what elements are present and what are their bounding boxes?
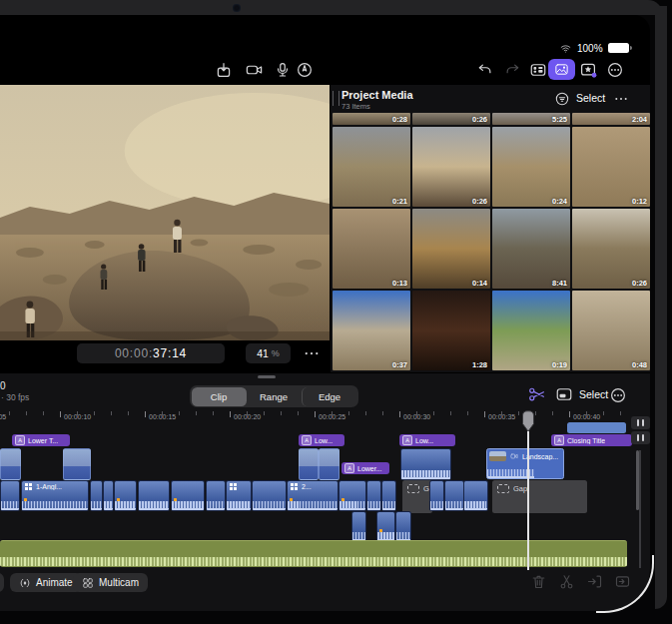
timeline-thumb-clip[interactable]	[0, 448, 21, 480]
photo-icon	[554, 62, 569, 77]
timeline-landscape-clip[interactable]: Landscap...	[486, 448, 564, 479]
media-thumbnail[interactable]: 0:28	[333, 113, 410, 125]
overwrite-button[interactable]	[614, 573, 631, 590]
timeline-video-clip[interactable]	[114, 480, 137, 511]
import-button[interactable]	[215, 61, 233, 79]
panel-resize-handle[interactable]	[333, 91, 339, 106]
media-thumbnail[interactable]: 0:24	[492, 127, 570, 207]
delete-button[interactable]	[530, 573, 547, 590]
timeline-video-clip[interactable]	[444, 480, 464, 511]
timeline-multicam-clip[interactable]	[226, 480, 252, 511]
inspector-button[interactable]	[529, 61, 547, 79]
clip-label: Lower...	[357, 465, 382, 472]
timeline-gap-clip[interactable]: Gap	[402, 480, 432, 513]
media-select-button[interactable]: Select	[576, 92, 605, 104]
media-thumbnail[interactable]: 0:37	[333, 291, 410, 370]
timeline-video-clip[interactable]	[90, 480, 103, 511]
timeline-drag-handle[interactable]	[258, 375, 276, 378]
timeline-video-clip[interactable]	[0, 480, 20, 511]
timeline-title-clip[interactable]: ALower...	[341, 462, 389, 474]
clip-label: 2...	[302, 483, 312, 490]
timeline-vertical-scrollbar-thumb[interactable]	[636, 450, 639, 510]
timeline-title-clip[interactable]: ALower T...	[12, 434, 70, 446]
timeline-vertical-scrollbar-track	[639, 450, 641, 568]
viewer-more-button[interactable]	[300, 343, 324, 363]
mode-edge[interactable]: Edge	[302, 387, 357, 406]
voiceover-button[interactable]	[274, 61, 292, 79]
timeline-thumb-clip[interactable]	[319, 448, 339, 480]
timeline-thumb-clip[interactable]	[299, 448, 319, 480]
ruler-minor-tick	[196, 411, 197, 415]
timeline-thumb-clip[interactable]	[63, 448, 91, 480]
more-options-button[interactable]	[606, 61, 624, 79]
timeline-fps-label: · 30 fps	[1, 392, 29, 402]
timeline-video-clip[interactable]	[206, 480, 226, 511]
clip-overlay-button[interactable]	[555, 385, 573, 403]
ruler-major-tick	[315, 411, 316, 417]
timeline-videowave-clip[interactable]	[376, 511, 395, 542]
ruler-timestamp: 00:00:20	[234, 413, 261, 420]
insert-button[interactable]	[586, 573, 603, 590]
timeline-gap-clip[interactable]: Gap	[492, 480, 587, 513]
timeline-video-clip[interactable]	[138, 480, 170, 511]
timeline-music-clip[interactable]	[0, 540, 627, 567]
mode-clip[interactable]: Clip	[192, 387, 247, 406]
timeline-more-button[interactable]	[609, 386, 627, 404]
media-thumbnail[interactable]: 2:04	[572, 113, 650, 125]
media-thumbnail[interactable]: 1:28	[412, 291, 490, 370]
animate-button[interactable]: Animate	[10, 573, 82, 592]
zoom-level-control[interactable]: 41 %	[246, 343, 291, 363]
effects-button[interactable]	[579, 61, 597, 79]
media-more-button[interactable]	[612, 91, 630, 107]
timeline-video-clip[interactable]	[429, 480, 444, 511]
timeline-multicam-clip[interactable]: 2...	[287, 480, 338, 511]
timeline-title-clip[interactable]: ALow...	[299, 434, 344, 446]
timeline-bar-clip[interactable]	[567, 422, 626, 433]
track-height-button[interactable]	[631, 416, 650, 429]
record-video-button[interactable]	[244, 61, 265, 79]
track-collapse-button[interactable]	[631, 431, 650, 444]
timeline-video-clip[interactable]	[171, 480, 205, 511]
blade-tool-button[interactable]	[528, 385, 546, 403]
media-thumbnail[interactable]: 0:26	[412, 127, 490, 207]
timecode-display[interactable]: 00:00:37:14	[77, 343, 225, 363]
media-thumbnail[interactable]: 0:26	[412, 113, 490, 125]
timeline-video-clip[interactable]	[103, 480, 114, 511]
timeline-multicam-clip[interactable]: 1-Angl...	[21, 480, 89, 511]
timeline-video-clip[interactable]	[381, 480, 396, 511]
media-thumbnail[interactable]: 0:19	[492, 291, 570, 370]
mode-range[interactable]: Range	[247, 387, 302, 406]
media-thumbnail[interactable]: 0:48	[572, 291, 650, 370]
timeline-videowave-clip[interactable]	[400, 448, 451, 480]
battery-icon	[608, 43, 629, 53]
multicam-button[interactable]: Multicam	[73, 573, 148, 592]
clip-duration: 5:25	[552, 115, 567, 124]
split-button[interactable]	[558, 573, 575, 590]
timeline-video-clip[interactable]	[366, 480, 381, 511]
media-thumbnail[interactable]: 0:26	[572, 209, 650, 289]
mode-segmented-control: ClipRangeEdge	[190, 385, 358, 407]
media-thumbnail[interactable]: 0:21	[333, 127, 410, 207]
filter-icon[interactable]	[554, 91, 570, 107]
media-thumbnail[interactable]: 0:14	[412, 209, 490, 289]
pencil-tools-button[interactable]	[296, 61, 314, 79]
media-thumbnail[interactable]: 5:25	[492, 113, 570, 125]
media-thumbnail[interactable]: 0:12	[572, 127, 650, 207]
timeline-select-button[interactable]: Select	[579, 388, 608, 400]
playhead[interactable]	[520, 410, 536, 434]
timeline-videowave-clip[interactable]	[395, 511, 411, 542]
browser-button[interactable]	[548, 59, 575, 80]
media-grid-row: 0:280:265:252:04	[333, 113, 650, 125]
redo-button[interactable]	[503, 61, 521, 79]
timeline-title-clip[interactable]: ALow...	[399, 434, 455, 446]
viewer-preview[interactable]	[0, 85, 330, 340]
timeline-videowave-clip[interactable]	[351, 511, 366, 542]
media-thumbnail[interactable]: 0:13	[333, 209, 410, 289]
timeline-video-clip[interactable]	[338, 480, 366, 511]
timeline-title-clip[interactable]: AClosing Title	[551, 434, 632, 446]
clip-label: Low...	[315, 437, 333, 444]
timeline-video-clip[interactable]	[252, 480, 287, 511]
undo-button[interactable]	[476, 61, 494, 79]
timeline-video-clip[interactable]	[463, 480, 488, 511]
media-thumbnail[interactable]: 8:41	[492, 209, 570, 289]
